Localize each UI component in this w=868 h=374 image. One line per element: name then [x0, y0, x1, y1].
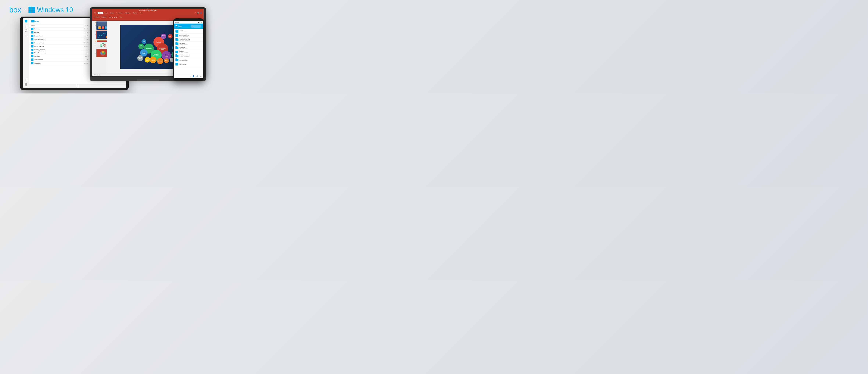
phone-screen: Microsoft ▊▊▊ 🔋 box 🔍 Adm	[174, 21, 203, 78]
list-item[interactable]: Marketing 243 B · 9/21/2015	[174, 46, 203, 50]
tab-insert[interactable]: Insert	[103, 12, 108, 14]
phone-item-name: Materials	[179, 51, 202, 52]
box-logo-text: box	[9, 5, 21, 15]
person-icon[interactable]: 👤	[200, 12, 202, 14]
slide-thumbnail-31[interactable]	[96, 49, 107, 57]
layout-btn[interactable]: Layout	[101, 16, 106, 18]
tab-design[interactable]: Design	[109, 12, 115, 14]
ribbon-list-group: ≡ ≡	[120, 17, 122, 18]
slide-number-31: 31	[93, 53, 96, 54]
slide-number-28: 28	[93, 25, 96, 26]
slide-thumb-29[interactable]: 29 ★	[96, 31, 106, 39]
numbered-list-icon[interactable]: ≡	[121, 17, 122, 18]
ribbon-slide-group: New Slide Layout	[93, 16, 106, 18]
phone-folder-icon	[176, 30, 178, 33]
slide-number-30: 30	[93, 44, 96, 45]
font-color-icon[interactable]: A	[116, 17, 117, 18]
phone-more-icon[interactable]: •••	[199, 75, 202, 77]
slide-star-30: ★	[95, 40, 96, 42]
bubble-digital-sig: DigitalSig.	[161, 34, 166, 39]
phone-item-name: Admin	[180, 30, 202, 31]
tab-home[interactable]: Home	[98, 12, 103, 14]
phone-add-icon[interactable]: +	[189, 75, 191, 78]
slide-thumbnail-28[interactable]: 21K+ 700M 500+	[96, 21, 107, 30]
phone-file-list: Admin 5.8 MB · 9/5/2015 Capture Uploads …	[174, 29, 203, 74]
bubble-printing: Printing	[157, 58, 163, 64]
tablet-sidebar-folder-icon[interactable]	[25, 20, 27, 23]
tablet-sidebar-globe-icon[interactable]	[25, 29, 27, 32]
phone-device: Microsoft ▊▊▊ 🔋 box 🔍 Adm	[173, 19, 204, 81]
bubble-mobile: Mobile	[164, 58, 169, 63]
restore-icon[interactable]: 🔲	[197, 12, 199, 14]
list-item[interactable]: Hardware 4.0 MB · 9/5/2015	[174, 42, 203, 46]
svg-point-2	[100, 44, 102, 47]
list-item[interactable]: Admin 5.8 MB · 9/5/2015	[174, 29, 203, 33]
svg-point-3	[103, 44, 106, 47]
bubble-pdf: PDF	[168, 34, 173, 38]
tab-file[interactable]: File	[93, 12, 97, 14]
tab-slideshow[interactable]: Slide Show	[124, 12, 132, 14]
phone-search-icon: 🔍	[192, 25, 193, 27]
phone-link-icon[interactable]: 🔗	[196, 75, 198, 77]
slide-thumb-31[interactable]: 31	[96, 49, 106, 57]
tablet-sidebar-recent-icon[interactable]	[25, 25, 27, 27]
list-item[interactable]: Product Sales	[174, 58, 203, 62]
list-item[interactable]: Capture Uploads 5.9 MB · 10/28/2015	[174, 33, 203, 38]
tablet-sidebar-search-icon[interactable]	[25, 78, 27, 80]
new-slide-btn[interactable]: New Slide	[93, 16, 100, 18]
phone-item-name: Marketing	[180, 47, 202, 48]
header-logo: box + Windows 10	[9, 5, 73, 15]
tab-view[interactable]: View	[139, 12, 144, 14]
phone-item-info: Product Sales	[180, 59, 202, 61]
phone-people-icon[interactable]: 👤	[192, 75, 194, 77]
phone-item-info: Hardware 4.0 MB · 9/5/2015	[180, 42, 202, 45]
bullet-list-icon[interactable]: ≡	[120, 17, 121, 18]
list-item[interactable]: Project Acme	[174, 62, 203, 66]
list-item[interactable]: Materials 30.6 MB · 9/21/2015	[174, 50, 203, 54]
phone-item-info: Customer Service 720.5 KB · 10/20/2015	[180, 38, 202, 41]
phone-carrier-label: Microsoft	[175, 22, 179, 23]
bubble-crm: CRM	[142, 39, 146, 44]
ribbon-tabs-row: File Home Insert Design Transitions Slid…	[92, 12, 204, 14]
presentation-title: 2015 Market Sizing – Read-only	[139, 10, 157, 11]
tablet-brand-label: box	[35, 20, 39, 23]
tab-review[interactable]: Review	[132, 12, 138, 14]
phone-battery-icon: 🔋	[201, 22, 202, 23]
slide-thumbnail-30[interactable]	[96, 40, 107, 48]
slide-count-label: Slide 29 of 31	[94, 74, 100, 76]
phone-item-info: Marketing 243 B · 9/21/2015	[180, 47, 202, 49]
slide-thumb-28[interactable]: 28 ★ 21K+ 700M 500+	[96, 21, 106, 30]
svg-point-7	[102, 51, 104, 53]
slide-thumbnail-29[interactable]	[96, 31, 107, 39]
slide-star-29: ★	[95, 31, 96, 33]
phone-item-meta: 5.8 MB · 9/5/2015	[180, 31, 202, 33]
ribbon-divider	[108, 15, 108, 19]
slide-thumb-30[interactable]: 30 ★	[96, 40, 106, 48]
list-item[interactable]: Other Resources	[174, 54, 203, 58]
bubble-note-taking: NoteTaking	[150, 56, 156, 63]
phone-item-meta: 30.6 MB · 9/21/2015	[179, 52, 202, 53]
strikethrough-icon[interactable]: ab	[114, 17, 115, 18]
phone-search-bar[interactable]: 🔍	[190, 25, 202, 28]
bold-icon[interactable]: B	[110, 17, 111, 18]
tablet-sidebar-transfer-icon[interactable]	[25, 34, 27, 36]
underline-icon[interactable]: U	[112, 17, 113, 18]
phone-file-icon	[176, 51, 178, 53]
italic-icon[interactable]: I	[111, 17, 112, 18]
bubble-present: Present.Mgmt.	[145, 57, 150, 62]
slide-star-28: ★	[95, 22, 96, 24]
windows-home-button[interactable]	[76, 85, 79, 87]
phone-menu-icon[interactable]	[176, 25, 177, 27]
phone-brand-label: box	[178, 25, 182, 27]
tab-transitions[interactable]: Transitions	[115, 12, 123, 14]
pin-icon[interactable]: 📌	[194, 12, 196, 14]
phone-status-bar: Microsoft ▊▊▊ 🔋	[174, 21, 203, 24]
phone-folder-icon	[176, 47, 178, 49]
tablet-sidebar-settings-icon[interactable]	[25, 83, 27, 86]
phone-file-icon	[176, 34, 178, 37]
phone-item-meta: 243 B · 9/21/2015	[180, 48, 202, 49]
laptop-camera	[147, 8, 149, 9]
phone-item-info: Project Acme	[179, 64, 202, 65]
phone-item-info: Other Resources	[180, 55, 202, 57]
list-item[interactable]: Customer Service 720.5 KB · 10/20/2015	[174, 38, 203, 42]
